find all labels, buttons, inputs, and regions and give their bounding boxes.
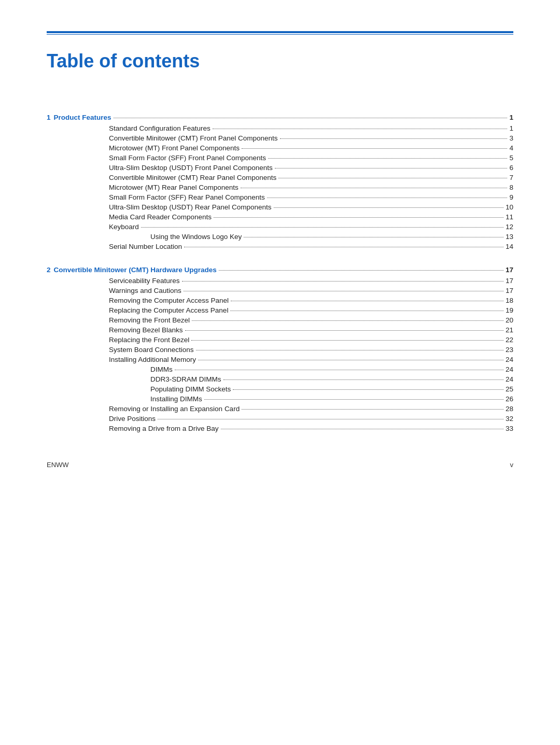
toc-dots — [275, 168, 508, 168]
toc-dots — [184, 291, 503, 291]
toc-dots — [141, 227, 503, 228]
toc-entry[interactable]: Serviceability Features17 — [47, 277, 513, 285]
toc-chapter-2: 2Convertible Minitower (CMT) Hardware Up… — [47, 266, 513, 432]
toc-entry-label: Standard Configuration Features — [109, 124, 211, 132]
toc-entry[interactable]: Microtower (MT) Front Panel Components4 — [47, 144, 513, 152]
toc-dots — [175, 370, 503, 370]
toc-dots — [223, 379, 503, 380]
chapter-page: 1 — [509, 114, 513, 121]
toc-dots — [219, 270, 503, 271]
toc-entry-page: 20 — [506, 316, 513, 324]
toc-entry[interactable]: Standard Configuration Features1 — [47, 124, 513, 132]
toc-entry-page: 33 — [506, 425, 513, 432]
toc-dots — [267, 198, 508, 198]
toc-entry[interactable]: Convertible Minitower (CMT) Rear Panel C… — [47, 174, 513, 181]
toc-dots — [114, 118, 508, 118]
toc-entry[interactable]: Microtower (MT) Rear Panel Components8 — [47, 184, 513, 191]
toc-entry[interactable]: System Board Connections23 — [47, 346, 513, 354]
toc-entry-label: Keyboard — [109, 223, 139, 231]
toc-entry-page: 18 — [506, 297, 513, 304]
toc-entry[interactable]: Small Form Factor (SFF) Rear Panel Compo… — [47, 193, 513, 201]
toc-entry-page: 24 — [506, 366, 513, 373]
toc-entry-label: Removing or Installing an Expansion Card — [109, 405, 240, 413]
toc-entry[interactable]: Installing Additional Memory24 — [47, 356, 513, 363]
toc-entry[interactable]: Removing the Computer Access Panel18 — [47, 297, 513, 304]
toc-entry-label: Serviceability Features — [109, 277, 180, 285]
toc-entry-page: 12 — [506, 223, 513, 231]
toc-entry-label: Microtower (MT) Rear Panel Components — [109, 184, 239, 191]
toc-dots — [196, 350, 503, 350]
toc-dots — [213, 129, 508, 129]
toc-dots — [241, 188, 508, 188]
toc-entry-page: 24 — [506, 375, 513, 383]
toc-dots — [244, 237, 503, 237]
chapter-entry-1[interactable]: 1Product Features1 — [47, 114, 513, 121]
toc-entry-label: Replacing the Front Bezel — [109, 336, 189, 344]
toc-content: 1Product Features1Standard Configuration… — [47, 114, 513, 432]
toc-entry[interactable]: Small Form Factor (SFF) Front Panel Comp… — [47, 154, 513, 162]
chapter-page: 17 — [506, 266, 513, 274]
page-title: Table of contents — [47, 50, 513, 72]
toc-entry[interactable]: Replacing the Computer Access Panel19 — [47, 306, 513, 314]
toc-entry[interactable]: Convertible Minitower (CMT) Front Panel … — [47, 134, 513, 142]
toc-entry-page: 11 — [506, 213, 513, 221]
toc-entry-page: 6 — [509, 164, 513, 172]
top-border-thick — [47, 31, 513, 33]
chapter-label: Convertible Minitower (CMT) Hardware Upg… — [54, 266, 217, 274]
chapter-number: 1 — [47, 114, 51, 121]
toc-dots — [185, 330, 503, 331]
toc-entry[interactable]: Using the Windows Logo Key13 — [47, 233, 513, 241]
toc-entry-page: 9 — [509, 193, 513, 201]
toc-entry-label: Small Form Factor (SFF) Front Panel Comp… — [109, 154, 266, 162]
toc-entry-label: Replacing the Computer Access Panel — [109, 306, 228, 314]
toc-entry-label: Media Card Reader Components — [109, 213, 212, 221]
toc-entry[interactable]: Removing Bezel Blanks21 — [47, 326, 513, 334]
toc-entry-label: Removing Bezel Blanks — [109, 326, 183, 334]
toc-entry[interactable]: Warnings and Cautions17 — [47, 287, 513, 294]
footer-right: v — [510, 461, 514, 469]
toc-entry-page: 5 — [509, 154, 513, 162]
toc-entry[interactable]: Removing the Front Bezel20 — [47, 316, 513, 324]
toc-entry-page: 14 — [506, 243, 513, 250]
toc-entry[interactable]: DIMMs24 — [47, 366, 513, 373]
toc-dots — [204, 399, 503, 400]
toc-entry[interactable]: Removing a Drive from a Drive Bay33 — [47, 425, 513, 432]
toc-entry-label: Removing the Computer Access Panel — [109, 297, 229, 304]
toc-entry[interactable]: Removing or Installing an Expansion Card… — [47, 405, 513, 413]
toc-entry-page: 21 — [506, 326, 513, 334]
toc-dots — [278, 178, 507, 178]
toc-entry-label: Installing Additional Memory — [109, 356, 196, 363]
toc-entry[interactable]: Media Card Reader Components11 — [47, 213, 513, 221]
toc-entry-page: 32 — [506, 415, 513, 423]
toc-dots — [274, 207, 503, 208]
toc-entry-label: Serial Number Location — [109, 243, 182, 250]
toc-entry[interactable]: Ultra-Slim Desktop (USDT) Rear Panel Com… — [47, 203, 513, 211]
toc-entry[interactable]: Keyboard12 — [47, 223, 513, 231]
toc-dots — [242, 148, 507, 149]
toc-entry-label: Using the Windows Logo Key — [150, 233, 242, 241]
toc-entry[interactable]: Replacing the Front Bezel22 — [47, 336, 513, 344]
toc-entry[interactable]: Populating DIMM Sockets25 — [47, 385, 513, 393]
toc-dots — [198, 360, 503, 360]
chapter-entry-2[interactable]: 2Convertible Minitower (CMT) Hardware Up… — [47, 266, 513, 274]
toc-entry-label: Populating DIMM Sockets — [150, 385, 231, 393]
toc-entry-page: 26 — [506, 395, 513, 403]
toc-entry-label: DDR3-SDRAM DIMMs — [150, 375, 221, 383]
footer-left: ENWW — [47, 461, 69, 469]
toc-dots — [242, 409, 503, 410]
toc-dots — [191, 340, 503, 341]
toc-entry[interactable]: Serial Number Location14 — [47, 243, 513, 250]
toc-dots — [231, 301, 503, 301]
toc-entry[interactable]: DDR3-SDRAM DIMMs24 — [47, 375, 513, 383]
toc-dots — [214, 217, 503, 218]
toc-entry-page: 7 — [509, 174, 513, 181]
toc-dots — [192, 320, 503, 321]
toc-dots — [230, 311, 503, 311]
toc-dots — [268, 158, 507, 159]
toc-entry-label: Convertible Minitower (CMT) Front Panel … — [109, 134, 278, 142]
toc-entry[interactable]: Ultra-Slim Desktop (USDT) Front Panel Co… — [47, 164, 513, 172]
toc-entry-page: 24 — [506, 356, 513, 363]
toc-entry[interactable]: Drive Positions32 — [47, 415, 513, 423]
toc-entry[interactable]: Installing DIMMs26 — [47, 395, 513, 403]
toc-entry-page: 23 — [506, 346, 513, 354]
